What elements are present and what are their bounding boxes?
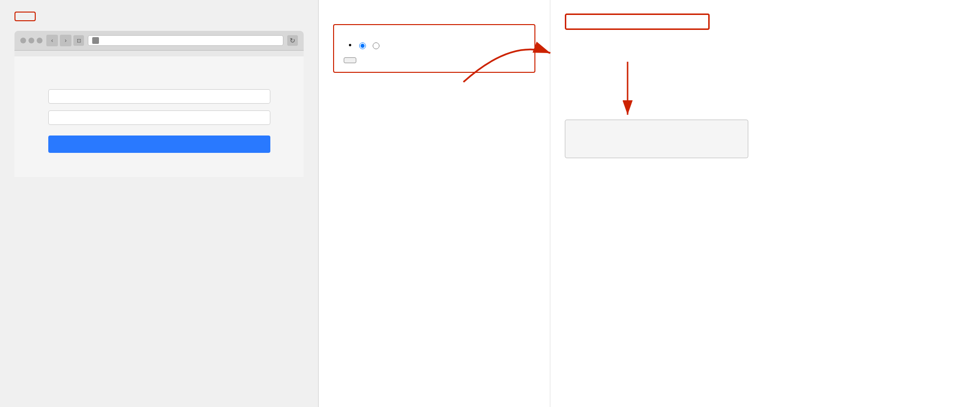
username-field[interactable] bbox=[48, 89, 270, 104]
forward-button[interactable]: › bbox=[60, 35, 71, 46]
address-bar[interactable] bbox=[88, 35, 283, 46]
minimize-dot[interactable] bbox=[28, 38, 34, 43]
resource-result-box bbox=[565, 14, 710, 30]
step2-label bbox=[14, 51, 304, 56]
nav-buttons: ‹ › ⊡ bbox=[46, 35, 84, 46]
view-button[interactable]: ⊡ bbox=[73, 35, 84, 46]
middle-panel: • bbox=[319, 0, 550, 407]
deny-option[interactable] bbox=[373, 42, 381, 49]
scope-row: • bbox=[349, 41, 525, 51]
back-button[interactable]: ‹ bbox=[46, 35, 58, 46]
oauth-approval-box: • bbox=[333, 24, 535, 73]
sign-in-form bbox=[14, 56, 304, 177]
browser-window: ‹ › ⊡ ↻ bbox=[14, 31, 304, 177]
approve-option[interactable] bbox=[359, 42, 368, 49]
arrow-down-right bbox=[613, 62, 642, 120]
bullet-icon: • bbox=[349, 41, 351, 51]
right-panel bbox=[550, 0, 980, 407]
close-dot[interactable] bbox=[20, 38, 26, 43]
authorize-button[interactable] bbox=[344, 57, 356, 63]
deny-radio[interactable] bbox=[373, 42, 379, 49]
refresh-button[interactable]: ↻ bbox=[287, 35, 298, 46]
sign-in-button[interactable] bbox=[48, 136, 270, 153]
password-field[interactable] bbox=[48, 110, 270, 125]
approve-deny-group bbox=[359, 42, 381, 49]
approve-radio[interactable] bbox=[359, 42, 366, 49]
callback-result-box bbox=[565, 120, 748, 158]
favicon-icon bbox=[92, 37, 99, 44]
maximize-dot[interactable] bbox=[37, 38, 42, 43]
browser-toolbar: ‹ › ⊡ ↻ bbox=[14, 31, 304, 51]
third-party-bar bbox=[14, 12, 36, 21]
window-controls bbox=[20, 38, 42, 43]
left-panel: ‹ › ⊡ ↻ bbox=[0, 0, 319, 407]
